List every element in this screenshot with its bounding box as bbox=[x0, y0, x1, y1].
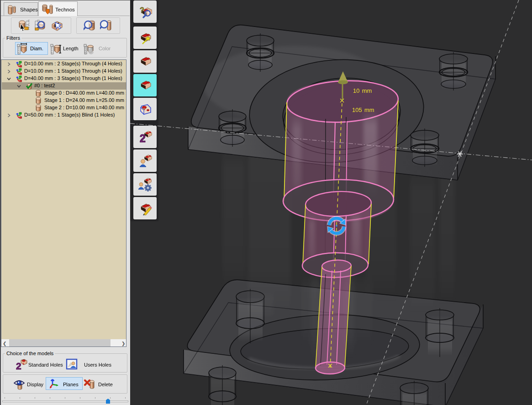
svg-text:?: ? bbox=[140, 6, 144, 14]
svg-text:2: 2 bbox=[140, 133, 146, 144]
svg-text:10 mm: 10 mm bbox=[353, 87, 372, 94]
svg-text:2: 2 bbox=[16, 361, 21, 370]
svg-text:105 mm: 105 mm bbox=[352, 107, 374, 113]
